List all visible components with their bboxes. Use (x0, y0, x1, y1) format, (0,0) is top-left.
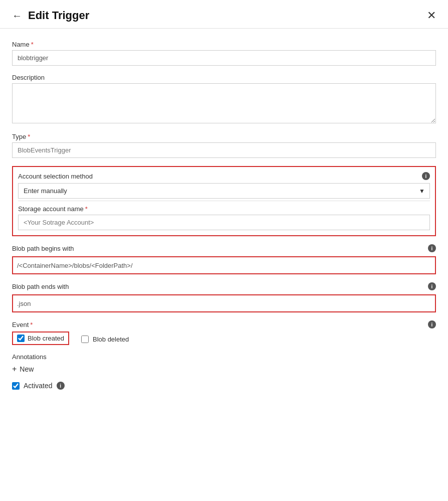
blob-path-ends-input[interactable] (17, 300, 431, 307)
name-input[interactable] (12, 50, 436, 66)
storage-required-marker: * (85, 205, 88, 213)
account-selection-dropdown[interactable]: Enter manually From Azure subscription (18, 183, 430, 199)
new-button[interactable]: + New (12, 365, 436, 374)
account-section-box: Account selection method i Enter manuall… (12, 166, 436, 236)
blob-created-label: Blob created (28, 335, 64, 342)
name-required-marker: * (31, 41, 34, 48)
blob-path-begins-box (12, 256, 436, 274)
event-label-row: Event * i (12, 320, 436, 328)
annotations-label: Annotations (12, 353, 436, 361)
event-info-icon[interactable]: i (428, 320, 436, 328)
type-required-marker: * (28, 133, 30, 140)
event-required-marker: * (30, 321, 33, 328)
account-selection-label: Account selection method i (18, 172, 430, 180)
blob-path-begins-input[interactable] (17, 262, 431, 269)
blob-deleted-row: Blob deleted (81, 336, 129, 343)
blob-created-checkbox[interactable] (17, 335, 25, 342)
page-title: Edit Trigger (28, 9, 89, 22)
type-input[interactable] (12, 142, 436, 158)
description-label: Description (12, 74, 436, 81)
blob-path-begins-info-icon[interactable]: i (428, 244, 436, 252)
event-group: Event * i Blob created Blob deleted (12, 320, 436, 345)
name-group: Name * (12, 41, 436, 66)
new-button-label: New (20, 365, 34, 373)
activated-info-icon[interactable]: i (57, 382, 65, 390)
blob-path-begins-label-row: Blob path begins with i (12, 244, 436, 252)
name-label: Name * (12, 41, 436, 48)
blob-path-begins-section: Blob path begins with i (12, 244, 436, 274)
blob-created-box: Blob created (12, 331, 69, 345)
plus-icon: + (12, 365, 17, 374)
description-textarea[interactable] (12, 83, 436, 123)
blob-path-ends-label-row: Blob path ends with i (12, 282, 436, 290)
back-button[interactable]: ← (12, 10, 22, 22)
activated-row: Activated i (12, 382, 436, 390)
close-button[interactable]: ✕ (427, 9, 436, 22)
account-selection-info-icon[interactable]: i (422, 172, 430, 180)
blob-path-ends-box (12, 294, 436, 312)
activated-label: Activated (24, 382, 53, 390)
header-left: ← Edit Trigger (12, 9, 89, 22)
blob-deleted-checkbox[interactable] (81, 336, 89, 343)
form-content: Name * Description Type * Account select… (0, 29, 448, 402)
blob-path-ends-info-icon[interactable]: i (428, 282, 436, 290)
storage-account-input[interactable] (18, 215, 430, 230)
edit-trigger-panel: ← Edit Trigger ✕ Name * Description Type… (0, 0, 448, 501)
blob-deleted-label: Blob deleted (93, 336, 129, 343)
event-checkboxes-row: Blob created Blob deleted (12, 331, 436, 345)
divider (18, 201, 430, 201)
activated-checkbox[interactable] (12, 382, 20, 390)
account-selection-wrapper: Enter manually From Azure subscription ▼ (18, 183, 430, 199)
type-group: Type * (12, 133, 436, 158)
storage-account-label: Storage account name * (18, 205, 430, 213)
blob-path-ends-section: Blob path ends with i (12, 282, 436, 312)
annotations-section: Annotations + New (12, 353, 436, 374)
description-group: Description (12, 74, 436, 125)
panel-header: ← Edit Trigger ✕ (0, 0, 448, 29)
type-label: Type * (12, 133, 436, 140)
